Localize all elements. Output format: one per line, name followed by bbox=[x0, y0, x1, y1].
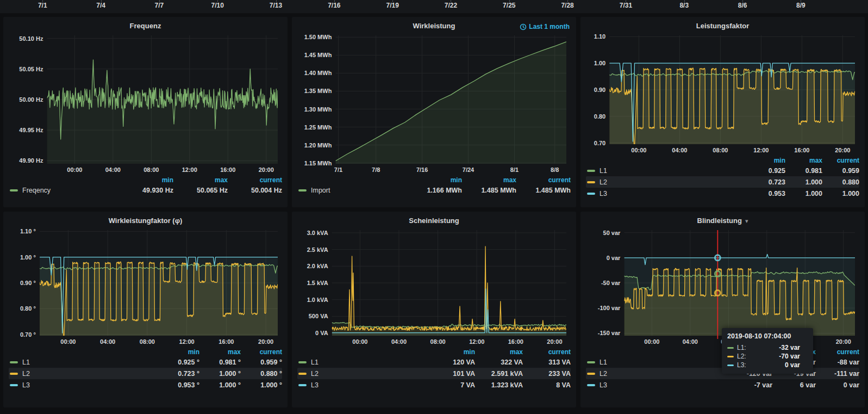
time-range-label: Last 1 month bbox=[529, 20, 570, 33]
legend-header: minmaxcurrent bbox=[297, 348, 571, 356]
svg-text:1.5 kVA: 1.5 kVA bbox=[307, 280, 328, 286]
legend-stat-value: 50.004 Hz bbox=[228, 187, 282, 194]
tooltip-series-label: L3: bbox=[737, 361, 751, 369]
svg-text:00:00: 00:00 bbox=[644, 338, 659, 345]
panel-header: Wirkleistungfaktor (φ) bbox=[9, 214, 282, 227]
svg-text:16:00: 16:00 bbox=[794, 147, 809, 153]
svg-text:12:00: 12:00 bbox=[469, 338, 484, 345]
legend-stat-value: 322 VA bbox=[475, 359, 523, 366]
chart-frequenz[interactable]: 50.10 Hz50.05 Hz50.00 Hz49.95 Hz49.90 Hz… bbox=[9, 32, 282, 175]
legend-header-min[interactable]: min bbox=[748, 157, 785, 164]
panel-title-blindleistung[interactable]: Blindleistung bbox=[697, 217, 742, 225]
series-color-dash-icon bbox=[587, 170, 595, 172]
svg-text:1.0 kVA: 1.0 kVA bbox=[307, 296, 328, 303]
svg-text:00:00: 00:00 bbox=[67, 166, 82, 173]
timeline-date: 7/25 bbox=[503, 2, 515, 9]
svg-text:1.30 MWh: 1.30 MWh bbox=[304, 106, 332, 113]
legend-stat-value: 0.953 ° bbox=[158, 381, 199, 389]
legend-series-label[interactable]: L1 bbox=[22, 359, 30, 366]
legend-stat-value: 0.925 bbox=[748, 167, 785, 175]
legend-header-min[interactable]: min bbox=[408, 176, 462, 184]
legend-stat-value: 6 var bbox=[772, 381, 816, 389]
clock-icon bbox=[520, 23, 527, 30]
svg-text:16:00: 16:00 bbox=[508, 338, 523, 345]
legend-header-min[interactable]: min bbox=[158, 348, 199, 356]
legend-header-max[interactable]: max bbox=[475, 348, 523, 356]
legend-stat-value: 1.000 ° bbox=[241, 381, 282, 389]
panel-title-wirkleistung[interactable]: Wirkleistung bbox=[413, 22, 455, 30]
dashboard-grid: Frequenz 50.10 Hz50.05 Hz50.00 Hz49.95 H… bbox=[0, 14, 868, 407]
legend-wirkleistungfaktor: minmaxcurrentL10.925 °0.981 °0.959 °L20.… bbox=[9, 348, 282, 391]
graph-tooltip: 2019-08-10 07:04:00 L1: -32 var L2: -70 … bbox=[722, 328, 813, 374]
series-color-dash-icon bbox=[10, 384, 18, 386]
chart-scheinleistung[interactable]: 3.0 kVA2.5 kVA2.0 kVA1.5 kVA1.0 kVA500 V… bbox=[297, 227, 571, 347]
tooltip-series-value: -32 var bbox=[754, 344, 808, 351]
svg-text:0.90 °: 0.90 ° bbox=[20, 280, 36, 286]
legend-header-max[interactable]: max bbox=[785, 157, 822, 164]
legend-header: minmaxcurrent bbox=[9, 176, 282, 184]
legend-stat-value: 1.166 MWh bbox=[408, 187, 462, 194]
panel-wirkleistung: Wirkleistung Last 1 month 1.50 MWh1.45 M… bbox=[292, 17, 576, 207]
svg-text:7/24: 7/24 bbox=[463, 166, 474, 173]
chart-wirkleistung[interactable]: 1.50 MWh1.45 MWh1.40 MWh1.35 MWh1.30 MWh… bbox=[297, 32, 571, 175]
svg-text:16:00: 16:00 bbox=[218, 338, 234, 345]
legend-series-row: L10.9250.9810.959 bbox=[586, 165, 859, 176]
legend-series-label[interactable]: L2 bbox=[22, 370, 30, 378]
panel-header: Scheinleistung bbox=[297, 214, 571, 227]
svg-text:1.10 °: 1.10 ° bbox=[20, 228, 36, 234]
panel-title-scheinleistung[interactable]: Scheinleistung bbox=[409, 217, 459, 225]
legend-series-label[interactable]: L1 bbox=[600, 167, 607, 175]
timeline-date: 7/10 bbox=[211, 2, 224, 9]
legend-header-max[interactable]: max bbox=[199, 348, 241, 356]
svg-text:-50 var: -50 var bbox=[601, 280, 621, 286]
legend-series-label[interactable]: L2 bbox=[600, 370, 607, 378]
timeline-date: 7/7 bbox=[155, 2, 164, 9]
legend-series-label[interactable]: Freqency bbox=[22, 187, 51, 194]
legend-header-current[interactable]: current bbox=[816, 348, 859, 356]
legend-header-max[interactable]: max bbox=[462, 176, 516, 184]
legend-header-current[interactable]: current bbox=[822, 157, 859, 164]
chart-wirkleistungfaktor[interactable]: 1.10 °1.00 °0.90 °0.80 °0.70 °00:0004:00… bbox=[9, 227, 282, 347]
series-color-dash-icon bbox=[587, 384, 595, 386]
chart-leistungsfaktor[interactable]: 1.101.000.900.800.7000:0004:0008:0012:00… bbox=[586, 32, 859, 155]
legend-header-min[interactable]: min bbox=[427, 348, 475, 356]
timeline-date: 8/6 bbox=[738, 2, 747, 9]
timeline-date: 7/1 bbox=[38, 2, 47, 9]
svg-text:1.25 MWh: 1.25 MWh bbox=[304, 124, 332, 131]
legend-series-label[interactable]: Import bbox=[311, 187, 330, 194]
panel-title-frequenz[interactable]: Frequenz bbox=[130, 22, 161, 30]
legend-header-max[interactable]: max bbox=[173, 176, 228, 184]
svg-text:3.0 kVA: 3.0 kVA bbox=[307, 230, 328, 236]
panel-menu-caret-icon[interactable]: ▾ bbox=[745, 218, 748, 224]
legend-series-label[interactable]: L3 bbox=[311, 381, 319, 389]
legend-series-label[interactable]: L1 bbox=[600, 359, 607, 366]
legend-stat-value: 49.930 Hz bbox=[119, 187, 173, 194]
panel-title-wirkleistungfaktor[interactable]: Wirkleistungfaktor (φ) bbox=[109, 217, 183, 225]
svg-text:50 var: 50 var bbox=[603, 230, 621, 236]
legend-series-label[interactable]: L1 bbox=[311, 359, 319, 366]
legend-series-label[interactable]: L2 bbox=[311, 370, 319, 378]
timeline-date: 7/16 bbox=[328, 2, 340, 9]
svg-text:00:00: 00:00 bbox=[60, 338, 76, 345]
svg-text:16:00: 16:00 bbox=[220, 166, 235, 173]
legend-header-current[interactable]: current bbox=[228, 176, 282, 184]
svg-text:7/16: 7/16 bbox=[416, 166, 428, 173]
legend-header-current[interactable]: current bbox=[241, 348, 282, 356]
tooltip-series-value: -70 var bbox=[754, 353, 808, 360]
legend-series-label[interactable]: L3 bbox=[600, 190, 607, 197]
legend-series-label[interactable]: L2 bbox=[600, 178, 607, 186]
legend-series-label[interactable]: L3 bbox=[600, 381, 607, 389]
timeline-date: 7/13 bbox=[270, 2, 282, 9]
legend-series-label[interactable]: L3 bbox=[22, 381, 30, 389]
svg-text:2.0 kVA: 2.0 kVA bbox=[307, 263, 328, 269]
svg-text:8/1: 8/1 bbox=[510, 166, 519, 173]
time-range-indicator[interactable]: Last 1 month bbox=[520, 20, 570, 33]
legend-header-current[interactable]: current bbox=[523, 348, 571, 356]
svg-text:20:00: 20:00 bbox=[259, 166, 274, 173]
legend-header-min[interactable]: min bbox=[119, 176, 173, 184]
panel-title-leistungsfaktor[interactable]: Leistungsfaktor bbox=[696, 22, 750, 30]
legend-stat-value: 1.485 MWh bbox=[462, 187, 516, 194]
legend-header-current[interactable]: current bbox=[516, 176, 571, 184]
legend-stat-value: 0.880 bbox=[822, 178, 859, 186]
svg-text:7/8: 7/8 bbox=[372, 166, 380, 173]
